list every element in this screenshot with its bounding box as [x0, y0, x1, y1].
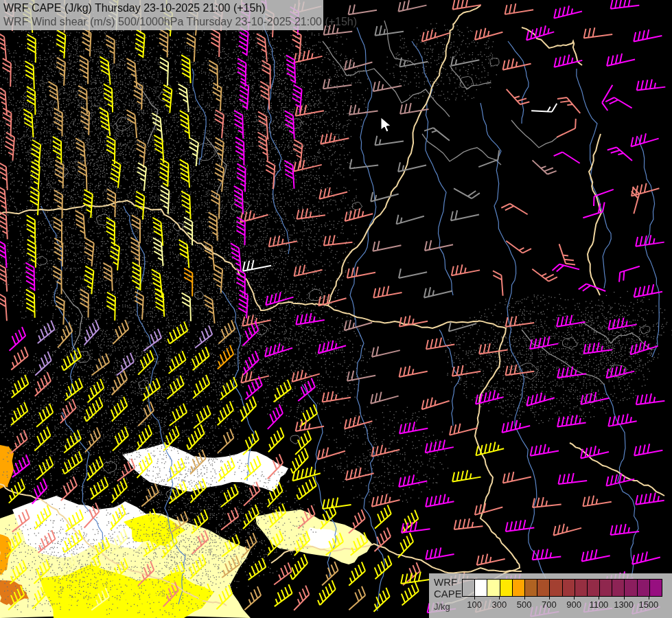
legend-colorbar — [462, 579, 662, 597]
legend-cell — [650, 580, 662, 596]
legend-cell — [563, 580, 575, 596]
legend-tick-label: 1100 — [585, 599, 612, 610]
legend-cell — [463, 580, 475, 596]
legend-tick-label: 900 — [560, 599, 588, 610]
legend-tick-label: 300 — [485, 599, 513, 610]
legend-unit-label: J/kg — [434, 602, 462, 613]
legend-cell — [638, 580, 650, 596]
legend-tick-label: 700 — [535, 599, 563, 610]
legend-panel: WRF CAPE J/kg 10030050070090011001300150… — [429, 573, 672, 618]
legend-tick-label: 1500 — [635, 599, 662, 610]
weather-map-canvas — [0, 0, 672, 618]
legend-cell — [600, 580, 612, 596]
legend-cell — [588, 580, 600, 596]
title-overlay: WRF CAPE (J/kg) Thursday 23-10-2025 21:0… — [0, 0, 323, 30]
title-line-2: WRF Wind shear (m/s) 500/1000hPa Thursda… — [3, 15, 323, 29]
mouse-cursor-icon — [380, 117, 393, 133]
legend-cell — [487, 580, 500, 596]
title-line-1: WRF CAPE (J/kg) Thursday 23-10-2025 21:0… — [3, 1, 323, 15]
legend-cell — [625, 580, 637, 596]
legend-cell — [550, 580, 562, 596]
legend-cell — [475, 580, 487, 596]
legend-tick-label: 500 — [511, 599, 538, 610]
legend-model-label: WRF — [434, 576, 462, 588]
legend-cell — [525, 580, 537, 596]
legend-tick-label: 100 — [461, 599, 488, 610]
legend-cell — [537, 580, 550, 596]
weather-map: WRF CAPE (J/kg) Thursday 23-10-2025 21:0… — [0, 0, 672, 618]
legend-cell — [575, 580, 588, 596]
legend-param-label: CAPE — [434, 588, 462, 599]
legend-cell — [513, 580, 525, 596]
legend-tick-label: 1300 — [610, 599, 638, 610]
legend-labels: WRF CAPE J/kg — [434, 576, 462, 613]
legend-cell — [500, 580, 513, 596]
legend-cell — [612, 580, 625, 596]
